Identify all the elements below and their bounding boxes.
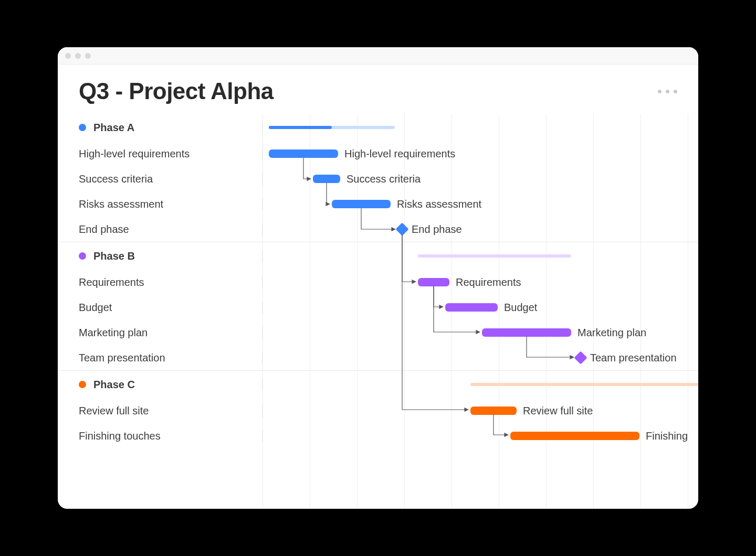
task-row[interactable]: Budget Budget	[58, 295, 698, 320]
task-bar-label: Marketing plan	[578, 327, 646, 339]
app-window: Q3 - Project Alpha Phase A High-level re…	[58, 47, 698, 509]
task-bar-label: Success criteria	[346, 173, 421, 185]
phase-progress-bar	[269, 126, 332, 129]
phase-header-C: Phase C	[58, 370, 698, 398]
task-row[interactable]: Team presentation Team presentation	[58, 345, 698, 370]
window-dot	[75, 53, 81, 59]
task-bar-label: End phase	[412, 223, 462, 236]
task-bar-label: Requirements	[456, 276, 521, 288]
task-label: End phase	[79, 223, 129, 236]
task-bar-label: High-level requirements	[344, 148, 455, 160]
phase-summary-bar	[470, 383, 698, 386]
task-bar[interactable]	[482, 328, 571, 337]
phase-dot-icon	[79, 124, 86, 131]
task-row[interactable]: Review full site Review full site	[58, 398, 698, 423]
milestone-diamond[interactable]	[574, 351, 587, 364]
task-label: Team presentation	[79, 352, 165, 364]
content-area: Q3 - Project Alpha Phase A High-level re…	[58, 65, 698, 509]
phase-label: Phase B	[93, 250, 135, 262]
task-bar-label: Team presentation	[590, 352, 677, 364]
task-bar[interactable]	[332, 200, 391, 208]
phase-label: Phase C	[93, 379, 135, 391]
header: Q3 - Project Alpha	[58, 65, 698, 114]
phase-dot-icon	[79, 252, 86, 260]
task-bar[interactable]	[445, 303, 498, 312]
task-bar-label: Finishing	[646, 430, 688, 442]
task-label: Budget	[79, 302, 112, 314]
task-bar-label: Budget	[504, 302, 537, 314]
task-label: Requirements	[79, 276, 144, 288]
task-row[interactable]: Requirements Requirements	[58, 270, 698, 295]
task-label: High-level requirements	[79, 148, 190, 160]
phase-label: Phase A	[93, 122, 134, 134]
phase-summary-bar	[418, 254, 571, 258]
milestone-diamond[interactable]	[395, 222, 408, 236]
task-bar[interactable]	[510, 432, 639, 440]
task-bar[interactable]	[269, 149, 338, 158]
window-dot	[85, 53, 91, 59]
phase-dot-icon	[79, 381, 86, 388]
task-bar-label: Review full site	[523, 405, 593, 417]
task-label: Risks assessment	[79, 198, 163, 210]
task-label: Finishing touches	[79, 430, 161, 442]
page-title: Q3 - Project Alpha	[79, 78, 274, 104]
task-row[interactable]: Success criteria Success criteria	[58, 166, 698, 191]
phase-header-B: Phase B	[58, 242, 698, 270]
task-label: Marketing plan	[79, 327, 148, 339]
task-bar[interactable]	[418, 278, 449, 286]
window-titlebar	[58, 47, 698, 65]
task-bar-label: Risks assessment	[397, 198, 481, 210]
task-label: Review full site	[79, 405, 149, 417]
gantt-rows: Phase A High-level requirements High-lev…	[58, 114, 698, 509]
more-menu-button[interactable]	[658, 90, 677, 93]
task-row[interactable]: High-level requirements High-level requi…	[58, 141, 698, 166]
task-row[interactable]: Marketing plan Marketing plan	[58, 320, 698, 345]
phase-header-A: Phase A	[58, 114, 698, 141]
task-bar[interactable]	[313, 175, 340, 183]
gantt-chart: Phase A High-level requirements High-lev…	[58, 114, 698, 509]
task-row[interactable]: Risks assessment Risks assessment	[58, 191, 698, 217]
task-row[interactable]: Finishing touches Finishing	[58, 423, 698, 448]
window-dot	[65, 53, 71, 59]
task-bar[interactable]	[470, 407, 517, 415]
task-row[interactable]: End phase End phase	[58, 217, 698, 242]
task-label: Success criteria	[79, 173, 153, 185]
